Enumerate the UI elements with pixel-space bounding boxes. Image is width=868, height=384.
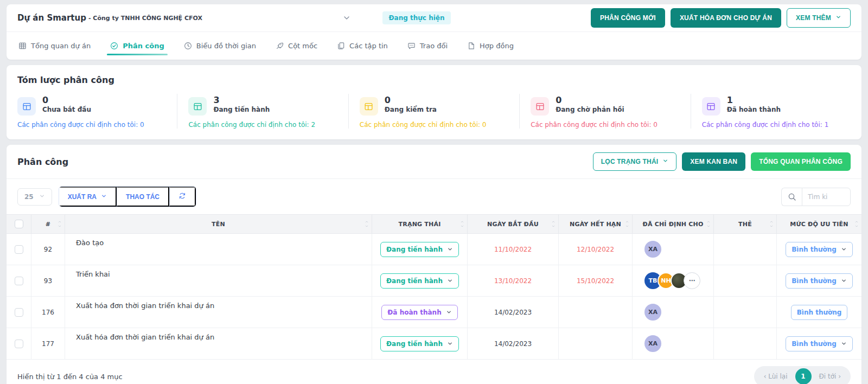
export-invoice-button[interactable]: XUẤT HÓA ĐƠN CHO DỰ ÁN — [671, 8, 781, 28]
priority-dropdown[interactable]: Bình thường — [786, 242, 853, 257]
column-label: # — [46, 221, 50, 228]
tab-chat[interactable]: Trao đổi — [407, 32, 448, 60]
row-name[interactable]: Xuất hóa đơn thời gian triển khai dự án — [65, 328, 372, 360]
column-header[interactable]: NGÀY HẾT HẠN — [559, 215, 633, 233]
more-assignees-button[interactable]: ⋯ — [684, 272, 700, 289]
tab-doc[interactable]: Hợp đồng — [467, 32, 514, 60]
files-icon — [337, 42, 345, 50]
assignments-header: Phân công LỌC TRẠNG THÁI XEM KAN BAN TỔN… — [7, 145, 861, 179]
avatar[interactable]: XA — [644, 304, 661, 321]
assignees: XA — [633, 335, 713, 352]
pagination: ‹ Lùi lại 1 Đi tới › — [754, 366, 851, 384]
column-header[interactable]: MỨC ĐỘ ƯU TIÊN — [777, 215, 861, 233]
column-header[interactable]: THẺ — [714, 215, 777, 233]
row-name[interactable]: Xuất hóa đơn thời gian triển khai dự án — [65, 297, 372, 328]
prev-page-button[interactable]: ‹ Lùi lại — [757, 373, 794, 380]
chevron-down-icon — [101, 193, 107, 201]
column-header[interactable]: NGÀY BẮT ĐẦU — [468, 215, 559, 233]
assignment-overview-button[interactable]: TỔNG QUAN PHÂN CÔNG — [751, 152, 851, 171]
sort-icon[interactable] — [769, 220, 774, 228]
priority-label: Bình thường — [792, 246, 837, 253]
status-dropdown[interactable]: Đang tiến hành — [380, 242, 459, 257]
refresh-button[interactable] — [169, 187, 196, 207]
select-all-checkbox[interactable] — [15, 220, 23, 228]
search-input[interactable] — [802, 188, 851, 206]
status-dropdown[interactable]: Đang tiến hành — [380, 336, 459, 351]
start-date: 14/02/2023 — [468, 297, 559, 328]
sort-icon[interactable] — [58, 220, 62, 228]
grid-icon — [18, 42, 27, 50]
tags — [714, 265, 777, 297]
status-dropdown[interactable]: Đang tiến hành — [380, 273, 459, 289]
column-label: MỨC ĐỘ ƯU TIÊN — [790, 221, 848, 228]
project-title: Dự án Smartup — [17, 13, 86, 23]
project-subtitle: - Công ty TNHH CÔNG NGHỆ CFOX — [88, 15, 202, 22]
status-dropdown[interactable]: Đã hoàn thành — [381, 305, 457, 320]
column-header[interactable]: ĐÃ CHỈ ĐỊNH CHO — [633, 215, 714, 233]
sort-icon[interactable] — [365, 220, 369, 228]
column-label: TRẠNG THÁI — [399, 221, 441, 228]
row-checkbox[interactable] — [15, 340, 23, 348]
current-page-button[interactable]: 1 — [795, 368, 812, 384]
filter-status-button[interactable]: LỌC TRẠNG THÁI — [593, 152, 676, 171]
priority-dropdown[interactable]: Bình thường — [786, 336, 853, 351]
export-button[interactable]: XUẤT RA — [59, 187, 117, 207]
kanban-view-button[interactable]: XEM KAN BAN — [682, 152, 745, 171]
tab-label: Phân công — [123, 42, 164, 50]
sort-icon[interactable] — [706, 220, 711, 228]
sort-icon[interactable] — [551, 220, 556, 228]
priority-dropdown[interactable]: Bình thường — [791, 305, 848, 320]
chat-icon — [407, 42, 416, 50]
row-name[interactable]: Đào tạo — [65, 234, 372, 265]
filter-status-label: LỌC TRẠNG THÁI — [601, 158, 658, 165]
tags — [714, 234, 777, 265]
tab-files[interactable]: Các tập tin — [337, 32, 388, 60]
sort-icon[interactable] — [854, 220, 859, 228]
column-label: ĐÃ CHỈ ĐỊNH CHO — [643, 221, 704, 228]
sort-icon[interactable] — [625, 220, 629, 228]
stat-label: Đã hoàn thành — [727, 106, 781, 113]
summary-stat-card: 0 Chưa bắt đầu Các phân công được chỉ đị… — [7, 94, 177, 129]
chevron-down-icon — [447, 278, 453, 284]
stat-table-icon — [17, 97, 36, 116]
row-checkbox[interactable] — [15, 308, 23, 317]
priority-dropdown[interactable]: Bình thường — [786, 273, 853, 289]
due-date: 12/10/2022 — [559, 234, 633, 265]
stat-table-icon — [188, 97, 207, 116]
column-header[interactable]: TRẠNG THÁI — [372, 215, 468, 233]
next-page-button[interactable]: Đi tới › — [813, 373, 847, 380]
stat-count: 0 — [42, 95, 91, 106]
row-name[interactable]: Triển khai — [65, 265, 372, 297]
stat-table-icon — [702, 97, 720, 116]
due-date — [559, 297, 633, 328]
priority-label: Bình thường — [792, 277, 837, 285]
tab-check[interactable]: Phân công — [110, 32, 164, 60]
page-size-select[interactable]: 25 — [17, 188, 52, 206]
stat-label: Đang kiểm tra — [385, 106, 437, 113]
avatar[interactable]: XA — [644, 335, 661, 352]
summary-stat-card: 3 Đang tiến hành Các phân công được chỉ … — [177, 94, 348, 129]
avatar[interactable]: XA — [644, 241, 661, 258]
tab-grid[interactable]: Tổng quan dự án — [18, 32, 91, 60]
actions-button[interactable]: THAO TÁC — [117, 187, 169, 207]
column-header[interactable]: TÊN — [65, 215, 372, 233]
row-checkbox[interactable] — [15, 245, 23, 254]
tab-rocket[interactable]: Cột mốc — [276, 32, 317, 60]
refresh-icon — [178, 192, 186, 201]
row-checkbox[interactable] — [15, 277, 23, 285]
table-body: 92 Đào tạo Đang tiến hành 11/10/2022 12/… — [7, 234, 861, 360]
assignees: XA — [633, 241, 713, 258]
tab-clock[interactable]: Biểu đồ thời gian — [184, 32, 256, 60]
chevron-down-icon — [841, 278, 847, 284]
summary-stats: 0 Chưa bắt đầu Các phân công được chỉ đị… — [7, 94, 861, 129]
export-label: XUẤT RA — [68, 193, 97, 201]
column-header[interactable]: # — [31, 215, 65, 233]
column-label: THẺ — [738, 221, 752, 228]
tab-label: Cột mốc — [288, 42, 317, 50]
see-more-button[interactable]: XEM THÊM — [787, 8, 851, 28]
sort-icon[interactable] — [460, 220, 464, 228]
new-assignment-button[interactable]: PHÂN CÔNG MỚI — [591, 8, 665, 28]
chevron-down-icon — [841, 246, 847, 252]
chevron-down-icon[interactable] — [342, 14, 351, 22]
stat-label: Đang chờ phản hồi — [556, 106, 624, 113]
